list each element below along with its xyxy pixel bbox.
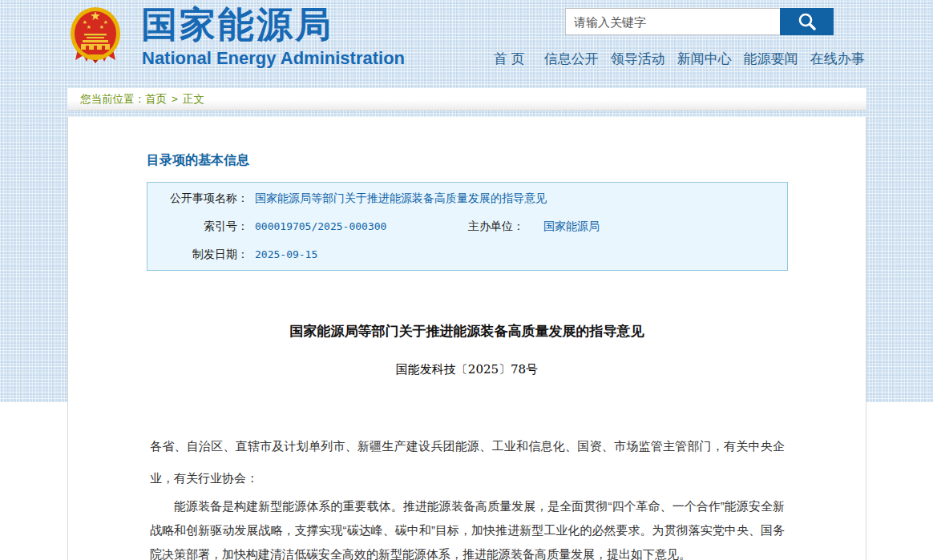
main-nav: 首 页 信息公开 领导活动 新闻中心 能源要闻 在线办事 [494, 50, 846, 68]
nav-item-leadership[interactable]: 领导活动 [611, 50, 665, 68]
breadcrumb-prefix: 您当前位置： [80, 93, 145, 105]
field-label-date: 制发日期： [147, 248, 248, 262]
national-emblem-logo: ★ ★ ★ ★ ★ [69, 4, 122, 68]
document-meta-box: 公开事项名称： 国家能源局等部门关于推进能源装备高质量发展的指导意见 索引号： … [147, 182, 788, 271]
field-value-org-link[interactable]: 国家能源局 [543, 220, 600, 234]
site-subtitle: National Energy Administration [142, 48, 405, 69]
site-title: 国家能源局 [141, 3, 333, 46]
article-title: 国家能源局等部门关于推进能源装备高质量发展的指导意见 [68, 322, 866, 340]
svg-text:★: ★ [90, 9, 100, 23]
main-content: 目录项的基本信息 公开事项名称： 国家能源局等部门关于推进能源装备高质量发展的指… [67, 117, 866, 560]
search-icon [797, 11, 818, 32]
paragraph-intro: 能源装备是构建新型能源体系的重要载体。推进能源装备高质量发展，是全面贯彻“四个革… [150, 494, 785, 560]
breadcrumb: 您当前位置：首页>正文 [67, 88, 866, 111]
site-header: ★ ★ ★ ★ ★ 国家能源局 National Energy Administ… [0, 0, 933, 83]
document-number: 国能发科技〔2025〕78号 [68, 362, 866, 377]
article-body: 各省、自治区、直辖市及计划单列市、新疆生产建设兵团能源、工业和信息化、国资、市场… [68, 430, 866, 560]
search-button[interactable] [780, 8, 834, 35]
national-emblem-icon: ★ ★ ★ ★ ★ [69, 4, 122, 68]
breadcrumb-separator: > [172, 93, 178, 105]
field-value-index: 000019705/2025-000300 [255, 220, 465, 232]
meta-row-index-org: 索引号： 000019705/2025-000300 主办单位： 国家能源局 [147, 212, 787, 240]
nav-item-news-center[interactable]: 新闻中心 [677, 50, 732, 68]
search-input[interactable] [565, 8, 780, 35]
meta-row-date: 制发日期： 2025-09-15 [147, 240, 787, 268]
site-search [565, 8, 834, 35]
nav-item-home[interactable]: 首 页 [494, 50, 525, 68]
nav-item-energy-news[interactable]: 能源要闻 [744, 50, 798, 68]
field-label-index: 索引号： [147, 220, 248, 234]
svg-text:★: ★ [99, 24, 104, 30]
meta-row-name: 公开事项名称： 国家能源局等部门关于推进能源装备高质量发展的指导意见 [147, 184, 787, 212]
breadcrumb-home-link[interactable]: 首页 [145, 93, 167, 105]
paragraph-salutation: 各省、自治区、直辖市及计划单列市、新疆生产建设兵团能源、工业和信息化、国资、市场… [150, 430, 785, 494]
field-value-name-link[interactable]: 国家能源局等部门关于推进能源装备高质量发展的指导意见 [255, 191, 547, 206]
meta-section-heading: 目录项的基本信息 [147, 152, 866, 169]
field-label-org: 主办单位： [465, 220, 524, 234]
breadcrumb-current: 正文 [183, 93, 204, 105]
nav-item-info-disclosure[interactable]: 信息公开 [544, 50, 599, 68]
field-value-date: 2025-09-15 [255, 248, 317, 260]
nav-item-online-services[interactable]: 在线办事 [810, 50, 865, 68]
svg-text:★: ★ [87, 24, 91, 30]
field-label-name: 公开事项名称： [147, 191, 248, 206]
